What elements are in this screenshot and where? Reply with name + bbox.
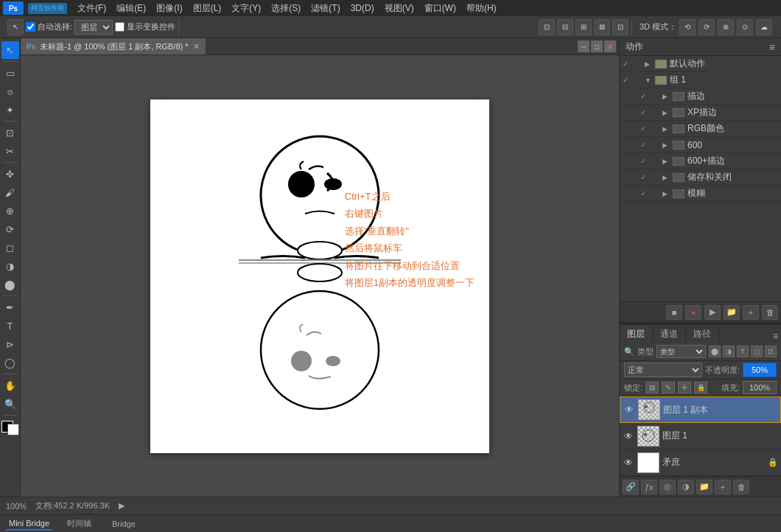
fill-input[interactable] [743, 381, 777, 394]
tool-dodge[interactable]: ⬤ [1, 276, 19, 293]
tool-crop[interactable]: ⊡ [1, 124, 19, 141]
actions-new-btn[interactable]: + [743, 305, 759, 320]
window-maximize-btn[interactable]: □ [591, 41, 603, 52]
menu-view[interactable]: 视图(V) [380, 1, 418, 15]
action-row-5[interactable]: ✓ ▶ 储存和关闭 [620, 169, 781, 186]
menu-text[interactable]: 文字(Y) [227, 1, 265, 15]
layer-row-0[interactable]: 👁 图层 1 副本 [620, 396, 781, 423]
tool-brush[interactable]: 🖌 [1, 183, 19, 201]
document-tab[interactable]: Ps 未标题-1 @ 100% (图层 1 副本, RGB/8) * ✕ [21, 38, 206, 55]
layer-link-btn[interactable]: 🔗 [623, 480, 639, 494]
bottom-tab-timeline[interactable]: 时间轴 [64, 517, 94, 531]
align-btn-3[interactable]: ⊞ [575, 19, 592, 35]
align-btn-5[interactable]: ⊡ [612, 19, 628, 35]
3d-btn-3[interactable]: ⊕ [718, 19, 734, 35]
3d-btn-1[interactable]: ⟲ [679, 19, 696, 35]
action-expand-6[interactable]: ▶ [662, 190, 670, 197]
lf-pixel-icon[interactable]: ⬤ [709, 346, 721, 357]
tool-pen[interactable]: ✒ [1, 298, 19, 316]
show-transform-checkbox[interactable] [115, 22, 125, 32]
layer-new-btn[interactable]: + [715, 480, 731, 494]
actions-play-btn[interactable]: ▶ [704, 305, 721, 320]
align-btn-4[interactable]: ⊠ [594, 19, 610, 35]
lock-brush-btn[interactable]: ✎ [662, 382, 675, 393]
3d-btn-5[interactable]: ☁ [756, 19, 772, 35]
tool-type[interactable]: T [1, 317, 19, 335]
layer-row-1[interactable]: 👁 图层 1 [620, 423, 781, 449]
action-expand-default[interactable]: ▶ [645, 60, 652, 68]
auto-select-checkbox[interactable] [26, 22, 35, 32]
move-tool-btn[interactable]: ↖ [7, 19, 24, 35]
layer-delete-btn[interactable]: 🗑 [733, 480, 749, 494]
tool-magic-wand[interactable]: ✦ [1, 101, 19, 119]
tool-shape[interactable]: ◯ [1, 354, 19, 371]
layer-fx-btn[interactable]: ƒx [641, 480, 657, 494]
lf-smart-icon[interactable]: ⊡ [765, 346, 777, 357]
layer-adjust-btn[interactable]: ◑ [678, 480, 694, 494]
layer-type-select[interactable]: 类型 [656, 345, 706, 358]
tool-marquee[interactable]: ▭ [1, 64, 19, 82]
action-expand-group1[interactable]: ▼ [645, 77, 652, 84]
tool-zoom[interactable]: 🔍 [1, 395, 19, 413]
menu-select[interactable]: 选择(S) [267, 1, 305, 15]
action-row-3[interactable]: ✓ ▶ 600 [620, 137, 781, 153]
layer-eye-1[interactable]: 👁 [623, 430, 634, 442]
menu-3d[interactable]: 3D(D) [346, 2, 379, 14]
tool-heal[interactable]: ✜ [1, 165, 19, 183]
menu-window[interactable]: 窗口(W) [420, 1, 460, 15]
actions-record-btn[interactable]: ● [685, 305, 701, 320]
tool-slice[interactable]: ✂ [1, 142, 19, 160]
align-btn-2[interactable]: ⊟ [557, 19, 573, 35]
action-expand-2[interactable]: ▶ [662, 125, 670, 133]
action-row-default[interactable]: ✓ ▶ 默认动作 [620, 56, 781, 72]
lock-checkerboard-btn[interactable]: ▤ [645, 382, 659, 393]
align-btn-1[interactable]: ⊡ [539, 19, 555, 35]
lf-adjustment-icon[interactable]: ◑ [723, 346, 735, 357]
actions-panel-menu-btn[interactable]: ≡ [769, 41, 775, 53]
action-row-0[interactable]: ✓ ▶ 描边 [620, 88, 781, 105]
action-row-4[interactable]: ✓ ▶ 600+描边 [620, 153, 781, 169]
tab-close-btn[interactable]: ✕ [193, 42, 200, 52]
menu-layer[interactable]: 图层(L) [189, 1, 226, 15]
tab-channels[interactable]: 通道 [653, 326, 686, 343]
tool-eraser[interactable]: ◻ [1, 239, 19, 256]
auto-select-dropdown[interactable]: 图层 [74, 20, 113, 35]
action-row-2[interactable]: ✓ ▶ RGB颜色 [620, 121, 781, 137]
layers-panel-menu-btn[interactable]: ≡ [770, 329, 781, 343]
tool-path-select[interactable]: ⊳ [1, 335, 19, 353]
action-expand-5[interactable]: ▶ [662, 174, 670, 181]
layer-eye-0[interactable]: 👁 [623, 404, 635, 416]
lf-shape-icon[interactable]: ◻ [751, 346, 763, 357]
action-expand-3[interactable]: ▶ [662, 141, 670, 149]
actions-delete-btn[interactable]: 🗑 [762, 305, 778, 320]
menu-image[interactable]: 图像(I) [152, 1, 186, 15]
layer-folder-btn[interactable]: 📁 [696, 480, 712, 494]
lf-type-icon[interactable]: T [737, 346, 749, 357]
layer-mask-btn[interactable]: ◎ [659, 480, 676, 494]
action-expand-0[interactable]: ▶ [662, 93, 670, 100]
layer-eye-2[interactable]: 👁 [623, 457, 634, 469]
action-row-group1[interactable]: ✓ ▼ 组 1 [620, 72, 781, 88]
lock-all-btn[interactable]: 🔒 [694, 382, 707, 393]
background-color[interactable] [7, 424, 19, 435]
tool-gradient[interactable]: ◑ [1, 257, 19, 275]
window-close-btn[interactable]: ✕ [604, 41, 616, 52]
layer-row-2[interactable]: 👁 矛庶 🔒 [620, 449, 781, 476]
3d-btn-2[interactable]: ⟳ [698, 19, 715, 35]
tool-move[interactable]: ↖ [1, 41, 19, 59]
menu-file[interactable]: 文件(F) [73, 1, 111, 15]
menu-filter[interactable]: 滤镜(T) [307, 1, 344, 15]
action-expand-4[interactable]: ▶ [662, 158, 670, 165]
menu-edit[interactable]: 编辑(E) [112, 1, 150, 15]
forward-btn[interactable]: ▶ [119, 501, 125, 511]
tool-hand[interactable]: ✋ [1, 377, 19, 394]
lock-move-btn[interactable]: ✛ [678, 382, 691, 393]
action-row-1[interactable]: ✓ ▶ XP描边 [620, 105, 781, 121]
menu-help[interactable]: 帮助(H) [462, 1, 501, 15]
3d-btn-4[interactable]: ⊙ [737, 19, 753, 35]
tab-layers[interactable]: 图层 [620, 326, 653, 343]
tool-stamp[interactable]: ⊕ [1, 202, 19, 220]
opacity-input[interactable] [743, 363, 777, 377]
tool-history[interactable]: ⟳ [1, 220, 19, 238]
tool-lasso[interactable]: ⌾ [1, 83, 19, 100]
